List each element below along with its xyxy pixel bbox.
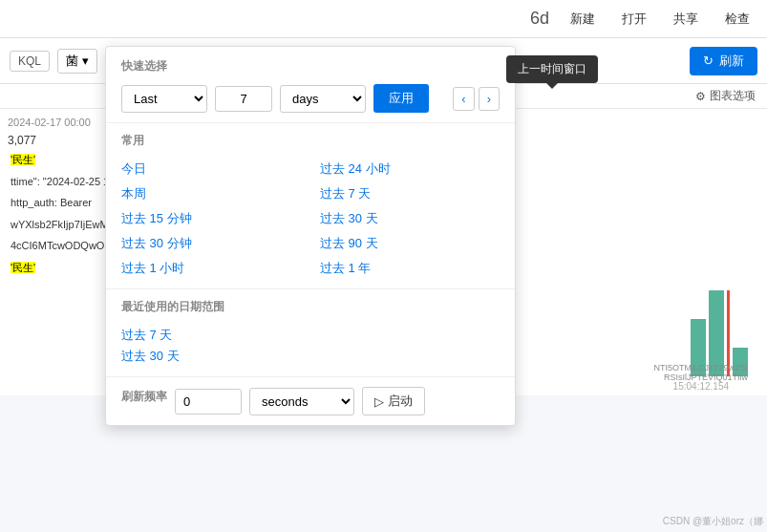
common-link-15m[interactable]: 过去 15 分钟 xyxy=(121,208,301,229)
new-button[interactable]: 新建 xyxy=(565,7,601,32)
refresh-value-input[interactable] xyxy=(175,389,242,415)
prev-arrow-button[interactable]: ‹ xyxy=(453,87,474,111)
apply-button[interactable]: 应用 xyxy=(373,84,429,113)
chart-options-button[interactable]: ⚙ 图表选项 xyxy=(695,88,756,104)
filter-icon: 菌 xyxy=(66,53,78,70)
inspect-button[interactable]: 检查 xyxy=(719,7,756,32)
common-link-thisweek[interactable]: 本周 xyxy=(121,183,301,204)
share-button[interactable]: 共享 xyxy=(668,7,704,32)
quick-select-section: 快速选择 Last Next days hours minutes second… xyxy=(106,47,515,123)
filter-button[interactable]: 菌 ▾ xyxy=(57,49,97,74)
logo-icon: 6d xyxy=(530,9,549,29)
time-value-input[interactable] xyxy=(215,86,272,112)
common-link-30m[interactable]: 过去 30 分钟 xyxy=(121,233,301,254)
nav-arrows: ‹ › xyxy=(453,87,500,111)
common-link-7d[interactable]: 过去 7 天 xyxy=(320,183,500,204)
time-picker-dropdown: 快速选择 Last Next days hours minutes second… xyxy=(105,46,516,426)
open-button[interactable]: 打开 xyxy=(616,7,652,32)
refresh-button[interactable]: ↻ 刷新 xyxy=(690,47,757,75)
time-unit-select[interactable]: days hours minutes seconds weeks months … xyxy=(280,85,366,113)
refresh-title: 刷新频率 xyxy=(121,389,167,405)
refresh-unit-select[interactable]: seconds minutes hours xyxy=(249,388,354,415)
recent-title: 最近使用的日期范围 xyxy=(121,299,500,315)
recent-link-7d[interactable]: 过去 7 天 xyxy=(121,325,500,346)
watermark: CSDN @董小姐orz（娜 xyxy=(663,515,763,528)
common-link-today[interactable]: 今日 xyxy=(121,159,301,180)
common-link-90d[interactable]: 过去 90 天 xyxy=(320,233,500,254)
top-bar: 6d 新建 打开 共享 检查 xyxy=(0,0,767,38)
common-title: 常用 xyxy=(121,133,500,149)
common-grid: 今日 过去 24 小时 本周 过去 7 天 过去 15 分钟 过去 30 天 过… xyxy=(121,159,500,279)
common-link-1h[interactable]: 过去 1 小时 xyxy=(121,258,301,279)
common-section: 常用 今日 过去 24 小时 本周 过去 7 天 过去 15 分钟 过去 30 … xyxy=(106,123,515,289)
start-button[interactable]: ▷ 启动 xyxy=(362,387,425,415)
recent-link-30d[interactable]: 过去 30 天 xyxy=(121,346,500,367)
refresh-section: 刷新频率 seconds minutes hours ▷ 启动 xyxy=(106,377,515,425)
quick-select-title: 快速选择 xyxy=(121,58,500,74)
recent-section: 最近使用的日期范围 过去 7 天 过去 30 天 xyxy=(106,289,515,377)
play-icon: ▷ xyxy=(374,394,384,409)
last-select[interactable]: Last Next xyxy=(121,85,207,113)
tooltip: 上一时间窗口 xyxy=(506,55,598,83)
quick-select-row: Last Next days hours minutes seconds wee… xyxy=(121,84,500,113)
refresh-icon: ↻ xyxy=(703,53,714,68)
next-arrow-button[interactable]: › xyxy=(479,87,500,111)
common-link-1y[interactable]: 过去 1 年 xyxy=(320,258,500,279)
gear-icon: ⚙ xyxy=(695,90,706,103)
common-link-24h[interactable]: 过去 24 小时 xyxy=(320,159,500,180)
kql-badge[interactable]: KQL xyxy=(10,51,50,72)
common-link-30d[interactable]: 过去 30 天 xyxy=(320,208,500,229)
chevron-down-icon: ▾ xyxy=(82,53,89,68)
